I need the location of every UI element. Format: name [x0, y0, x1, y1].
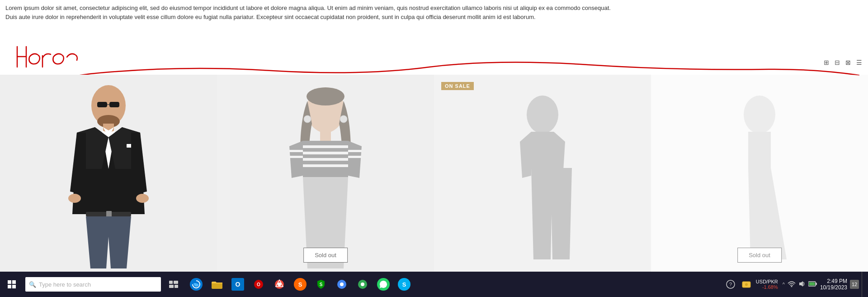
clock-date: 10/19/2023 [820, 284, 847, 291]
svg-point-51 [791, 286, 792, 287]
lorem-text: Lorem ipsum dolor sit amet, consectetur … [0, 0, 859, 25]
svg-rect-1 [97, 102, 107, 107]
svg-rect-21 [303, 145, 348, 148]
svg-rect-53 [816, 283, 817, 285]
chrome-red-icon [273, 278, 286, 291]
windows-logo [8, 280, 16, 288]
woman-silhouette [262, 78, 389, 268]
clock-display[interactable]: 2:49 PM 10/19/2023 [820, 278, 847, 291]
person4-silhouette [714, 87, 805, 259]
svg-rect-26 [289, 156, 303, 158]
svg-rect-25 [289, 150, 303, 152]
svg-rect-36 [175, 285, 178, 288]
svg-rect-2 [109, 102, 119, 107]
currency-label: USD/PKR [756, 279, 778, 284]
man-silhouette [50, 78, 167, 268]
list-icon[interactable]: ☰ [854, 58, 863, 67]
svg-text:S: S [320, 282, 323, 287]
svg-rect-24 [303, 164, 348, 167]
svg-rect-34 [174, 281, 178, 284]
svg-rect-30 [531, 132, 554, 168]
system-tray: ? USD/PKR -1.68% ^ 2:49 PM 10/19/2023 [724, 272, 868, 297]
show-desktop-button[interactable] [862, 272, 864, 297]
currency-change: -1.68% [762, 284, 778, 290]
pinned-app-chrome1[interactable] [269, 272, 289, 297]
svg-rect-27 [348, 150, 362, 152]
svg-rect-37 [212, 283, 222, 289]
pinned-app-explorer[interactable] [207, 272, 227, 297]
start-button[interactable] [0, 272, 24, 297]
svg-point-14 [136, 194, 149, 203]
search-icon: 🔍 [29, 281, 36, 288]
chrome-blue-icon [335, 278, 348, 291]
product-image-3 [434, 75, 651, 272]
sold-out-button-4[interactable]: Sold out [737, 248, 782, 263]
taskbar-search[interactable]: 🔍 Type here to search [25, 277, 161, 292]
product-card-2: Sold out [217, 75, 434, 272]
orange-app-icon: S [294, 278, 307, 291]
currency-display[interactable]: USD/PKR -1.68% [756, 279, 778, 290]
svg-point-13 [68, 194, 81, 203]
svg-point-18 [304, 115, 311, 123]
network-icon[interactable] [788, 281, 796, 288]
pinned-app-shield[interactable]: S [311, 272, 331, 297]
edge-icon [190, 278, 203, 291]
on-sale-badge: ON SALE [441, 82, 474, 90]
product-card-4: Sold out [651, 75, 868, 272]
svg-rect-35 [169, 285, 174, 288]
product-image-4 [651, 75, 868, 272]
svg-point-29 [527, 96, 558, 134]
svg-rect-17 [320, 130, 331, 142]
lorem-line1: Lorem ipsum dolor sit amet, consectetur … [5, 4, 854, 13]
volume-icon[interactable] [798, 280, 806, 289]
notification-badge[interactable]: 12 [850, 280, 859, 289]
product-image-1 [0, 75, 217, 272]
taskbar: 🔍 Type here to search O [0, 272, 868, 297]
svg-rect-28 [348, 156, 362, 158]
view-icons-group: ⊞ ⊟ ⊠ ☰ [822, 58, 863, 67]
pinned-app-whatsapp[interactable] [373, 272, 393, 297]
pinned-app-outlook[interactable]: O [228, 272, 248, 297]
svg-rect-22 [303, 152, 348, 154]
svg-point-41 [278, 283, 281, 286]
notification-count: 12 [852, 282, 857, 287]
svg-rect-54 [809, 283, 815, 286]
grid2-icon[interactable]: ⊠ [844, 58, 853, 67]
product-grid: Sold out ON SALE [0, 75, 868, 272]
grid4-icon[interactable]: ⊞ [822, 58, 831, 67]
pinned-apps: O O S S [186, 272, 414, 297]
product-image-2 [217, 75, 434, 272]
pinned-app-edge[interactable] [186, 272, 206, 297]
skype-icon: S [398, 278, 410, 291]
shield-app-icon: S [315, 278, 327, 291]
product-card-3: ON SALE [434, 75, 651, 272]
svg-point-19 [340, 115, 347, 123]
svg-point-44 [340, 283, 344, 286]
sold-out-button-2[interactable]: Sold out [303, 248, 348, 263]
grid3-icon[interactable]: ⊟ [833, 58, 842, 67]
whatsapp-icon [377, 278, 390, 291]
svg-point-46 [361, 283, 364, 286]
battery-icon[interactable] [808, 281, 817, 288]
main-content: Lorem ipsum dolor sit amet, consectetur … [0, 0, 868, 272]
pinned-app-chrome3[interactable] [353, 272, 373, 297]
svg-rect-23 [303, 158, 348, 161]
pinned-app-circle[interactable]: O [249, 272, 269, 297]
pinned-app-chrome2[interactable] [332, 272, 352, 297]
clock-time: 2:49 PM [827, 278, 847, 284]
product-card-1 [0, 75, 217, 272]
svg-rect-33 [169, 281, 173, 284]
explorer-icon [211, 278, 223, 291]
task-view-button[interactable] [163, 272, 184, 297]
pinned-app-orange[interactable]: S [290, 272, 310, 297]
svg-rect-12 [106, 211, 112, 217]
pinned-app-skype[interactable]: S [394, 272, 414, 297]
svg-text:O: O [257, 282, 260, 287]
person3-silhouette [497, 87, 588, 259]
search-placeholder-text: Type here to search [39, 281, 91, 288]
help-icon[interactable]: ? [724, 280, 737, 289]
svg-rect-32 [748, 132, 771, 168]
currency-tray-icon[interactable] [740, 279, 753, 289]
tray-expand-button[interactable]: ^ [783, 282, 785, 287]
svg-point-50 [745, 283, 748, 286]
